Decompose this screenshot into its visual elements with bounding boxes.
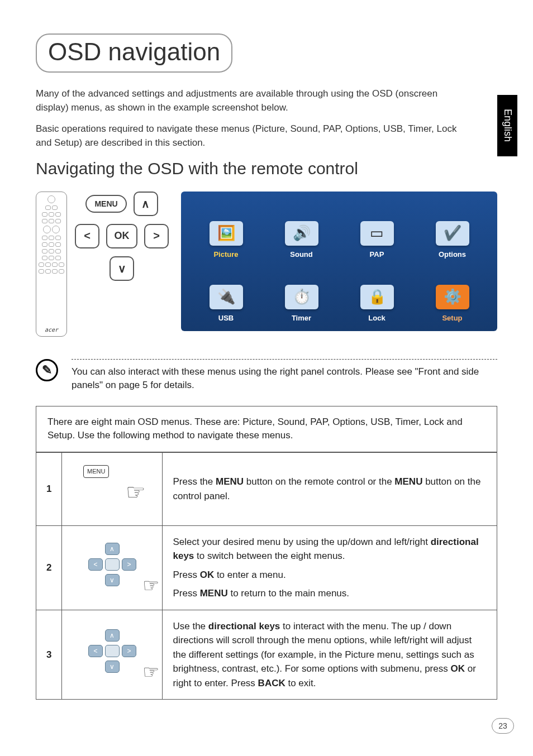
step-number: 1 [36,453,62,526]
left-key: < [75,224,99,248]
step-number: 2 [36,525,62,610]
osd-panel: 🖼️Picture🔊Sound▭PAP✔️Options🔌USB⏱️Timer🔒… [181,192,497,331]
bold-label: BACK [258,678,285,688]
text-run: Use the [173,621,208,631]
step-row: 2∧∨<>☞Select your desired menu by using … [36,525,497,610]
intro-paragraph-1: Many of the advanced settings and adjust… [36,87,466,114]
intro-paragraph-2: Basic operations required to navigate th… [36,122,466,150]
page-number: 23 [498,721,507,730]
osd-tile-label: Sound [290,250,312,259]
osd-tile-label: Setup [442,314,462,322]
step-row: 1MENU☞Press the MENU button on the remot… [36,453,497,526]
lock-icon: 🔒 [360,285,394,309]
note-separator [72,359,497,360]
step-text: Use the directional keys to interact wit… [163,610,497,699]
step-paragraph: Press the MENU button on the remote cont… [173,475,487,503]
picture-icon: 🖼️ [210,221,243,246]
steps-intro: There are eight main OSD menus. These ar… [36,406,497,452]
language-tab: English [497,95,517,156]
step-graphic: ∧∨<>☞ [62,610,163,699]
step-paragraph: Use the directional keys to interact wit… [173,619,487,691]
dpad-left-icon: < [88,645,103,657]
osd-tile-usb: 🔌USB [191,264,261,322]
dpad-ok-icon [105,645,120,657]
step-graphic: MENU☞ [62,453,163,526]
osd-tile-lock: 🔒Lock [342,264,412,322]
up-key: ∧ [134,192,158,216]
steps-box: There are eight main OSD menus. These ar… [36,406,497,700]
bold-label: MENU [200,588,228,599]
dpad-down-icon: ∨ [105,574,120,586]
note-icon: ✎ [36,359,58,381]
osd-tile-label: Picture [213,250,238,259]
language-label: English [502,109,513,142]
bold-label: MENU [394,476,422,487]
setup-icon: ⚙️ [436,285,469,309]
osd-tile-label: Options [439,250,466,259]
section-subtitle: Navigating the OSD with the remote contr… [36,159,497,178]
text-run: to enter a menu. [214,570,286,580]
menu-press-icon: MENU☞ [73,462,151,512]
text-run: Press [173,570,199,580]
sound-icon: 🔊 [285,221,318,246]
dpad-icon: ∧∨<>☞ [79,543,146,593]
text-run: to return to the main menus. [228,588,349,599]
dpad-right-icon: > [122,558,136,571]
step-paragraph: Press OK to enter a menu. [173,568,487,582]
osd-tile-label: PAP [370,250,384,259]
steps-table: 1MENU☞Press the MENU button on the remot… [36,452,497,699]
remote-outline: acer [36,192,67,337]
hand-icon: ☞ [142,571,159,600]
usb-icon: 🔌 [210,285,243,309]
osd-tile-label: USB [218,314,234,322]
osd-tile-label: Lock [368,314,385,322]
page-title: OSD navigation [36,34,232,73]
osd-tile-timer: ⏱️Timer [266,264,336,322]
dpad-up-icon: ∧ [105,543,120,555]
menu-key: MENU [85,195,126,213]
right-key: > [144,224,169,248]
note-block: ✎ You can also interact with these menus… [36,359,497,393]
text-run: to exit. [285,678,316,688]
dpad-up-icon: ∧ [105,629,120,642]
step-row: 3∧∨<>☞Use the directional keys to intera… [36,610,497,699]
step-text: Press the MENU button on the remote cont… [163,453,497,526]
text-run: button on the remote control or the [244,476,394,487]
remote-brand: acer [45,327,58,333]
osd-tile-sound: 🔊Sound [266,200,336,259]
ok-key: OK [106,224,137,248]
text-run: to switch between the eight menus. [194,551,345,561]
text-run: Select your desired menu by using the up… [173,537,430,547]
step-graphic: ∧∨<>☞ [62,525,163,610]
menu-key-icon: MENU [83,465,109,478]
note-text: You can also interact with these menus u… [72,365,497,393]
step-text: Select your desired menu by using the up… [163,525,497,610]
bold-label: directional keys [208,621,280,631]
bold-label: OK [200,570,215,580]
remote-key-group: MENU ∧ < OK > ∨ [75,192,169,281]
bold-label: OK [450,663,465,674]
step-number: 3 [36,610,62,699]
text-run: Press [173,588,199,599]
bold-label: MENU [216,476,244,487]
osd-tile-label: Timer [292,314,311,322]
dpad-left-icon: < [88,558,103,571]
dpad-down-icon: ∨ [105,661,120,673]
figure-row: acer MENU ∧ < OK > ∨ 🖼️Picture🔊Sound▭PAP… [36,192,497,337]
osd-tile-picture: 🖼️Picture [191,200,261,259]
dpad-ok-icon [105,558,120,571]
pap-icon: ▭ [360,221,394,246]
down-key: ∨ [110,256,134,281]
timer-icon: ⏱️ [285,285,318,309]
page-number-badge: 23 [492,718,514,734]
step-paragraph: Press MENU to return to the main menus. [173,586,487,601]
text-run: Press the [173,476,216,487]
dpad-icon: ∧∨<>☞ [79,629,146,680]
hand-icon: ☞ [142,658,159,686]
osd-tile-pap: ▭PAP [342,200,412,259]
dpad-right-icon: > [122,645,136,657]
options-icon: ✔️ [436,221,469,246]
osd-tile-setup: ⚙️Setup [417,264,487,322]
hand-icon: ☞ [126,475,146,509]
step-paragraph: Select your desired menu by using the up… [173,535,487,563]
